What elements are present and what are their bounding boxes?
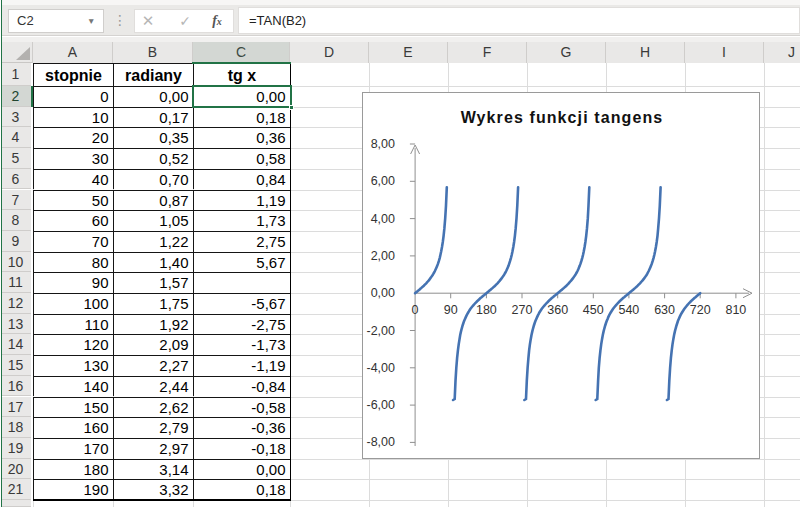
svg-text:270: 270 bbox=[512, 303, 533, 317]
svg-text:2,00: 2,00 bbox=[371, 249, 395, 263]
svg-text:630: 630 bbox=[654, 303, 675, 317]
svg-text:-6,00: -6,00 bbox=[367, 398, 396, 412]
svg-text:0: 0 bbox=[412, 303, 419, 317]
svg-text:450: 450 bbox=[583, 303, 604, 317]
svg-text:360: 360 bbox=[547, 303, 568, 317]
svg-text:-8,00: -8,00 bbox=[367, 435, 396, 449]
svg-text:8,00: 8,00 bbox=[371, 137, 395, 151]
svg-text:180: 180 bbox=[476, 303, 497, 317]
svg-text:4,00: 4,00 bbox=[371, 212, 395, 226]
svg-text:90: 90 bbox=[444, 303, 458, 317]
svg-text:720: 720 bbox=[690, 303, 711, 317]
svg-text:-2,00: -2,00 bbox=[367, 324, 396, 338]
svg-text:-4,00: -4,00 bbox=[367, 361, 396, 375]
svg-text:0,00: 0,00 bbox=[371, 286, 395, 300]
svg-text:6,00: 6,00 bbox=[371, 174, 395, 188]
svg-text:540: 540 bbox=[618, 303, 639, 317]
svg-text:810: 810 bbox=[725, 303, 746, 317]
